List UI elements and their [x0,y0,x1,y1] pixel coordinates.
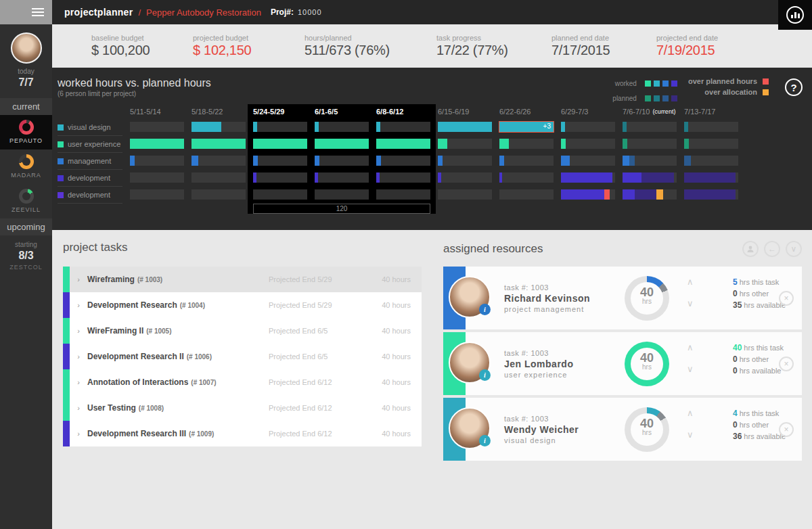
upcoming-project[interactable]: starting 8/3 ZESTCOL [0,241,52,271]
chevron-right-icon[interactable]: › [70,430,87,438]
chart-cell[interactable] [376,136,430,153]
info-icon[interactable]: i [479,435,491,446]
column-header-5-11-5-14[interactable]: 5/11-5/14 [130,104,184,119]
column-header-6-1-6-5[interactable]: 6/1-6/5 [315,104,369,119]
column-header-6-29-7-3[interactable]: 6/29-7/3 [561,104,615,119]
chart-cell[interactable] [376,187,430,204]
task-row[interactable]: ›Annotation of Interactions(# 1007)Proje… [63,369,422,395]
sidebar-project-pepauto[interactable]: PEPAUTO [0,115,52,150]
chart-cell[interactable] [623,119,677,136]
chart-cell[interactable] [499,153,554,170]
chevron-right-icon[interactable]: › [70,352,87,361]
chevron-up-icon[interactable]: ∧ [687,410,694,417]
chart-cell[interactable] [376,170,430,187]
column-header-5-18-5-22[interactable]: 5/18-5/22 [191,104,246,119]
chevron-right-icon[interactable]: › [70,275,87,283]
chevron-right-icon[interactable]: › [70,404,87,412]
chart-cell[interactable] [499,187,554,204]
column-header-6-8-6-12[interactable]: 6/8-6/12 [376,104,430,119]
chart-cell[interactable] [623,153,677,170]
chart-cell[interactable] [684,136,738,153]
sidebar-project-zeevill[interactable]: ZEEVILL [0,184,52,218]
help-icon[interactable]: ? [785,78,803,96]
task-row[interactable]: ›WireFraming II(# 1005)Projected End 6/5… [63,318,422,344]
chart-cell[interactable] [438,170,492,187]
task-row[interactable]: ›User Testing(# 1008)Projected End 6/124… [63,395,422,421]
chart-cell[interactable] [561,187,615,204]
chevron-right-icon[interactable]: › [70,301,87,309]
chart-cell[interactable] [499,136,554,153]
chart-cell[interactable] [561,170,615,187]
back-arrow-icon[interactable]: ← [764,241,780,257]
chart-cell[interactable] [623,187,677,204]
chart-cell[interactable] [499,170,554,187]
column-header-5-24-5-29[interactable]: 5/24-5/29 [253,104,307,119]
chart-cell[interactable] [253,136,307,153]
chart-cell[interactable] [130,136,184,153]
task-row[interactable]: ›Development Research III(# 1009)Project… [63,421,422,446]
resource-avatar[interactable]: i [449,342,491,384]
chart-cell[interactable] [130,153,184,170]
chart-cell[interactable] [191,187,246,204]
chart-cell[interactable] [130,119,184,136]
chart-cell[interactable] [191,170,246,187]
column-header-7-6-7-10[interactable]: 7/6-7/10(current) [623,104,677,119]
chart-cell[interactable] [191,119,246,136]
chart-cell[interactable] [253,170,307,187]
info-icon[interactable]: i [479,304,491,315]
remove-resource-button[interactable]: × [779,291,794,306]
chart-cell[interactable] [438,136,492,153]
resource-avatar[interactable]: i [449,276,491,318]
breadcrumb-project-name[interactable]: Pepper Autobody Restoration [146,7,261,18]
resource-avatar[interactable]: i [449,407,491,449]
chart-cell[interactable] [191,136,246,153]
chart-cell[interactable] [315,187,369,204]
task-row[interactable]: ›Wireframing(# 1003)Projected End 5/2940… [63,267,422,292]
menu-button[interactable] [0,0,52,24]
chevron-up-icon[interactable]: ∧ [687,344,694,351]
chevron-down-icon[interactable]: ∨ [687,300,694,307]
column-header-7-13-7-17[interactable]: 7/13-7/17 [684,104,738,119]
chart-cell[interactable] [438,153,492,170]
column-header-6-22-6-26[interactable]: 6/22-6/26 [499,104,554,119]
chart-cell[interactable] [623,136,677,153]
chart-cell[interactable] [684,119,738,136]
chart-cell[interactable] [561,119,615,136]
sidebar-project-madara[interactable]: MADARA [0,150,52,184]
chevron-down-icon[interactable]: ∨ [786,241,802,257]
chart-cell[interactable] [315,170,369,187]
chart-cell[interactable] [376,153,430,170]
task-row[interactable]: ›Development Research II(# 1006)Projecte… [63,344,422,369]
chart-cell[interactable] [561,153,615,170]
task-row[interactable]: ›Development Research(# 1004)Projected E… [63,292,422,318]
chart-cell[interactable] [684,170,738,187]
chart-cell[interactable] [438,119,492,136]
chart-cell[interactable] [623,170,677,187]
chevron-right-icon[interactable]: › [70,378,87,386]
chart-cell[interactable] [130,187,184,204]
chart-cell[interactable] [438,187,492,204]
chart-cell[interactable] [684,187,738,204]
add-person-icon[interactable] [742,241,759,257]
chart-cell[interactable] [253,153,307,170]
chevron-down-icon[interactable]: ∨ [687,366,694,373]
chart-cell[interactable] [684,153,738,170]
chart-cell[interactable] [253,119,307,136]
chart-cell[interactable] [130,170,184,187]
chart-cell[interactable] [315,136,369,153]
info-icon[interactable]: i [479,369,491,381]
chart-cell[interactable] [561,136,615,153]
remove-resource-button[interactable]: × [779,356,794,371]
column-header-6-15-6-19[interactable]: 6/15-6/19 [438,104,492,119]
chart-cell[interactable] [191,153,246,170]
chevron-down-icon[interactable]: ∨ [687,432,694,438]
chart-cell[interactable] [315,153,369,170]
chevron-right-icon[interactable]: › [70,327,87,335]
chart-cell[interactable] [253,187,307,204]
chart-cell[interactable]: +3 [499,119,554,136]
chevron-up-icon[interactable]: ∧ [687,279,694,285]
chart-cell[interactable] [376,119,430,136]
user-avatar[interactable] [11,32,42,64]
remove-resource-button[interactable]: × [779,422,794,437]
chart-cell[interactable] [315,119,369,136]
